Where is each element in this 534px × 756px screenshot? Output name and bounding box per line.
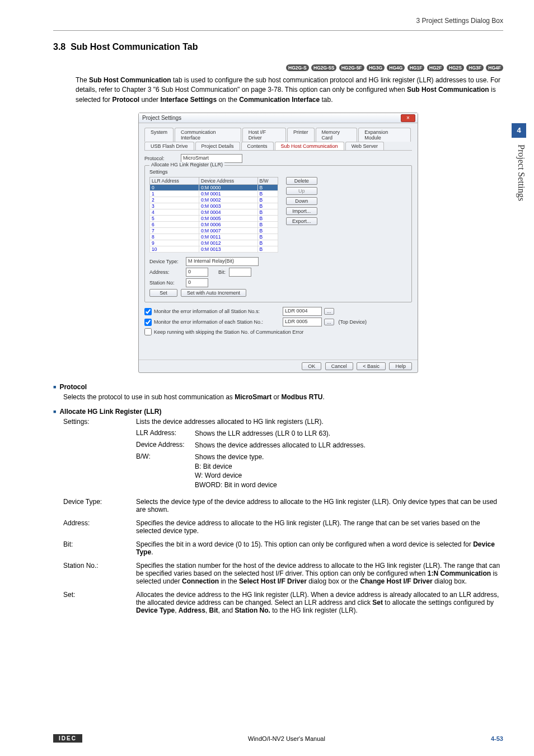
t: B: Bit device (195, 463, 232, 470)
address-label: Address: (149, 269, 186, 275)
table-row[interactable]: 00:M 0000B (150, 185, 278, 191)
tab-printer[interactable]: Printer (287, 128, 315, 142)
up-button[interactable]: Up (286, 187, 317, 195)
t: . (151, 548, 153, 556)
dialog-titlebar: Project Settings × (139, 113, 418, 123)
c: 9 (150, 240, 199, 246)
c: B (257, 216, 278, 222)
table-row[interactable]: 60:M 0006B (150, 222, 278, 228)
badge: HG4F (486, 64, 503, 71)
tab-comm-interface[interactable]: Communication Interface (175, 128, 241, 142)
table-row[interactable]: 20:M 0002B (150, 197, 278, 203)
station-no-input[interactable]: 0 (186, 278, 208, 287)
section-title: 3.8 Sub Host Communication Tab (53, 42, 503, 52)
tab-host-if-driver[interactable]: Host I/F Driver (242, 128, 286, 142)
llr-table[interactable]: LLR Address Device Address B/W 00:M 0000… (149, 177, 278, 253)
t: tab. (320, 96, 332, 104)
c: 2 (150, 197, 199, 203)
export-button[interactable]: Export... (286, 217, 317, 225)
delete-button[interactable]: Delete (286, 177, 317, 185)
t: Set (372, 599, 383, 606)
monitor-all-checkbox[interactable] (144, 308, 152, 315)
t: dialog box or the (307, 577, 360, 585)
c: 0:M 0001 (199, 191, 257, 197)
page-footer: IDEC WindO/I-NV2 User's Manual 4-53 (0, 734, 534, 743)
tab-expansion-module[interactable]: Expansion Module (358, 128, 411, 142)
t: Specifies the bit in a word device (0 to… (136, 540, 473, 548)
monitor-each-value[interactable]: LDR 0005 (283, 318, 322, 326)
tab-web-server[interactable]: Web Server (345, 142, 384, 150)
device-type-combo[interactable]: M Internal Relay(Bit) (186, 257, 259, 266)
c: 0:M 0011 (199, 234, 257, 240)
monitor-all-label: Monitor the error information of all Sta… (154, 309, 283, 314)
down-button[interactable]: Down (286, 197, 317, 205)
page-header-chapter: 3 Project Settings Dialog Box (416, 17, 503, 25)
import-button[interactable]: Import... (286, 207, 317, 215)
set-button[interactable]: Set (149, 289, 177, 297)
monitor-all-value[interactable]: LDR 0004 (283, 307, 322, 316)
cancel-button[interactable]: Cancel (325, 362, 353, 370)
badge: HG2F (427, 64, 444, 71)
table-row[interactable]: 70:M 0007B (150, 228, 278, 234)
t: on the (217, 96, 239, 104)
table-row[interactable]: 30:M 0003B (150, 203, 278, 209)
bit-desc: Specifies the bit in a word device (0 to… (136, 540, 503, 556)
badge: HG1F (407, 64, 425, 71)
set-desc: Allocates the device address to the HG l… (136, 591, 503, 614)
help-button[interactable]: Help (389, 362, 412, 370)
settings-field-label: Settings: (63, 418, 136, 492)
t: to the HG link register (LLR). (270, 606, 358, 614)
tab-usb-flash[interactable]: USB Flash Drive (144, 142, 194, 150)
tab-system[interactable]: System (144, 128, 174, 142)
c: 3 (150, 203, 199, 209)
t: Device Type (136, 606, 175, 614)
c: B (257, 240, 278, 246)
c: B (257, 185, 278, 191)
badge: HG3F (466, 64, 484, 71)
c: 7 (150, 228, 199, 234)
intro-paragraph: The Sub Host Communication tab is used t… (76, 76, 503, 105)
close-icon[interactable]: × (401, 114, 415, 122)
c: B (257, 234, 278, 240)
badge: HG4G (387, 64, 405, 71)
monitor-each-checkbox[interactable] (144, 319, 152, 326)
table-row[interactable]: 100:M 0013B (150, 246, 278, 253)
browse-button[interactable]: ... (324, 319, 334, 325)
t: Protocol (112, 96, 139, 104)
c: B (257, 209, 278, 216)
tab-project-details[interactable]: Project Details (195, 142, 240, 150)
badge: HG3G (367, 64, 385, 71)
bit-input[interactable] (229, 268, 251, 277)
t: Connection (182, 577, 219, 585)
chapter-tab-label: Project Settings (512, 141, 526, 220)
table-row[interactable]: 90:M 0012B (150, 240, 278, 246)
tab-sub-host-comm[interactable]: Sub Host Communication (275, 142, 344, 150)
protocol-description: Selects the protocol to use in sub host … (63, 393, 503, 401)
set-auto-increment-button[interactable]: Set with Auto Increment (181, 289, 246, 297)
model-badges: HG2G-S HG2G-5S HG2G-5F HG3G HG4G HG1F HG… (53, 63, 503, 71)
t: Sub Host Communication (407, 86, 489, 94)
browse-button[interactable]: ... (324, 308, 334, 315)
address-input[interactable]: 0 (186, 268, 208, 277)
col-llr: LLR Address (150, 178, 199, 185)
set-field-label: Set: (63, 591, 136, 614)
t: The (76, 76, 89, 84)
t: MicroSmart (235, 393, 271, 401)
table-row[interactable]: 10:M 0001B (150, 191, 278, 197)
dialog-title: Project Settings (142, 115, 181, 121)
tab-contents[interactable]: Contents (241, 142, 274, 150)
page-number: 4-53 (491, 735, 503, 742)
t: 4- (491, 735, 496, 742)
protocol-label: Protocol: (144, 156, 181, 161)
tab-memory-card[interactable]: Memory Card (316, 128, 358, 142)
table-row[interactable]: 40:M 0004B (150, 209, 278, 216)
table-row[interactable]: 80:M 0011B (150, 234, 278, 240)
c: B (257, 222, 278, 228)
keep-running-checkbox[interactable] (144, 328, 152, 335)
ok-button[interactable]: OK (302, 362, 321, 370)
bw-label: B/W: (136, 452, 195, 490)
table-row[interactable]: 50:M 0005B (150, 216, 278, 222)
basic-button[interactable]: < Basic (357, 362, 386, 370)
allocate-llr-group: Allocate HG Link Register (LLR) Settings… (144, 165, 412, 302)
settings-field-desc: Lists the device addresses allocated to … (136, 418, 503, 426)
